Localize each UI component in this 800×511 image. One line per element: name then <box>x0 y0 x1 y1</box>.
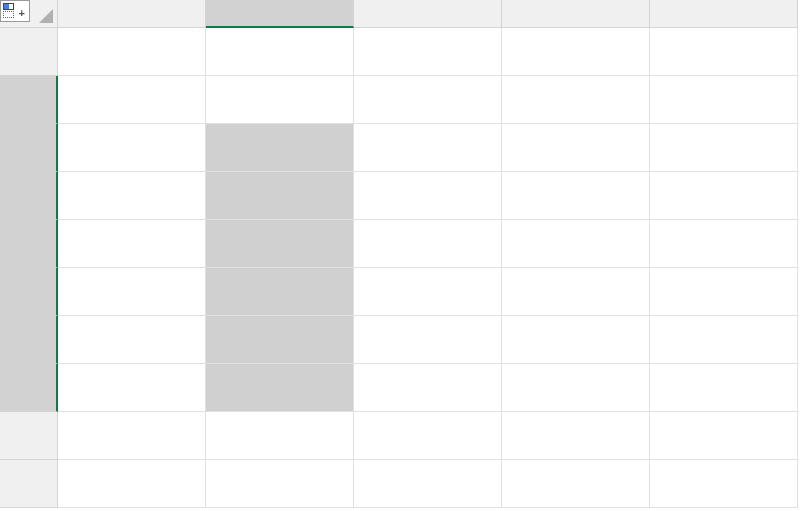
row-header-10[interactable] <box>0 460 58 508</box>
cell-C3[interactable] <box>354 124 502 172</box>
cell-E1[interactable] <box>650 28 798 76</box>
cell-B7[interactable] <box>206 316 354 364</box>
row-header-3[interactable] <box>0 124 58 172</box>
cell-E2[interactable] <box>650 76 798 124</box>
col-header-C[interactable] <box>354 0 502 28</box>
cells-area <box>58 28 798 508</box>
cell-B5[interactable] <box>206 220 354 268</box>
cell-E4[interactable] <box>650 172 798 220</box>
col-header-B[interactable] <box>206 0 354 28</box>
row-header-4[interactable] <box>0 172 58 220</box>
row-header-5[interactable] <box>0 220 58 268</box>
cell-D6[interactable] <box>502 268 650 316</box>
row-header-6[interactable] <box>0 268 58 316</box>
cell-A6[interactable] <box>58 268 206 316</box>
cell-D3[interactable] <box>502 124 650 172</box>
cell-C2[interactable] <box>354 76 502 124</box>
cell-A9[interactable] <box>58 412 206 460</box>
cell-E8[interactable] <box>650 364 798 412</box>
cell-A5[interactable] <box>58 220 206 268</box>
cell-C7[interactable] <box>354 316 502 364</box>
cell-B8[interactable] <box>206 364 354 412</box>
cell-C8[interactable] <box>354 364 502 412</box>
cell-E3[interactable] <box>650 124 798 172</box>
row-header-9[interactable] <box>0 412 58 460</box>
column-headers <box>58 0 798 28</box>
cell-D4[interactable] <box>502 172 650 220</box>
cell-D9[interactable] <box>502 412 650 460</box>
autofill-options-icon: + <box>3 3 27 19</box>
cell-C9[interactable] <box>354 412 502 460</box>
autofill-options-button[interactable]: + <box>0 0 30 22</box>
cell-A10[interactable] <box>58 460 206 508</box>
cell-D2[interactable] <box>502 76 650 124</box>
cell-B2[interactable] <box>206 76 354 124</box>
cell-D1[interactable] <box>502 28 650 76</box>
cell-A1[interactable] <box>58 28 206 76</box>
cell-A3[interactable] <box>58 124 206 172</box>
cell-E5[interactable] <box>650 220 798 268</box>
cell-A2[interactable] <box>58 76 206 124</box>
cell-A8[interactable] <box>58 364 206 412</box>
row-header-2[interactable] <box>0 76 58 124</box>
col-header-A[interactable] <box>58 0 206 28</box>
row-header-7[interactable] <box>0 316 58 364</box>
cell-E10[interactable] <box>650 460 798 508</box>
col-header-D[interactable] <box>502 0 650 28</box>
cell-B3[interactable] <box>206 124 354 172</box>
cell-C6[interactable] <box>354 268 502 316</box>
cell-C5[interactable] <box>354 220 502 268</box>
cell-B4[interactable] <box>206 172 354 220</box>
cell-B9[interactable] <box>206 412 354 460</box>
cell-D7[interactable] <box>502 316 650 364</box>
cell-E9[interactable] <box>650 412 798 460</box>
cell-A7[interactable] <box>58 316 206 364</box>
cell-C1[interactable] <box>354 28 502 76</box>
cell-E6[interactable] <box>650 268 798 316</box>
cell-B6[interactable] <box>206 268 354 316</box>
cell-C4[interactable] <box>354 172 502 220</box>
cell-D8[interactable] <box>502 364 650 412</box>
cell-E7[interactable] <box>650 316 798 364</box>
cell-C10[interactable] <box>354 460 502 508</box>
cell-A4[interactable] <box>58 172 206 220</box>
row-header-1[interactable] <box>0 28 58 76</box>
select-all-triangle-icon <box>39 9 53 23</box>
col-header-E[interactable] <box>650 0 798 28</box>
row-headers <box>0 28 58 508</box>
cell-D10[interactable] <box>502 460 650 508</box>
cell-D5[interactable] <box>502 220 650 268</box>
cell-B10[interactable] <box>206 460 354 508</box>
row-header-8[interactable] <box>0 364 58 412</box>
cell-B1[interactable] <box>206 28 354 76</box>
spreadsheet-grid: + <box>0 0 800 511</box>
